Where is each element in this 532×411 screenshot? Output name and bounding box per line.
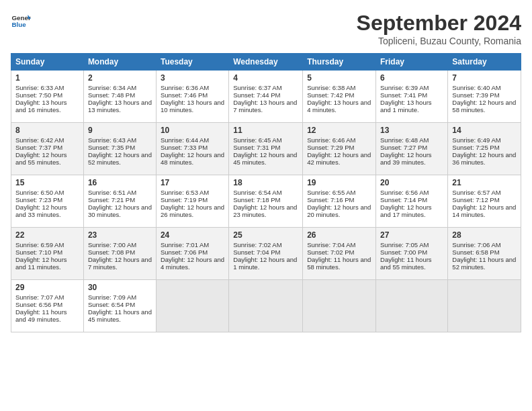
day-number: 13 bbox=[380, 126, 443, 135]
day-number: 26 bbox=[307, 230, 371, 240]
sunrise-text: Sunrise: 6:50 AM bbox=[15, 189, 64, 196]
sunrise-text: Sunrise: 6:37 AM bbox=[233, 84, 281, 91]
calendar-week-0: 1Sunrise: 6:33 AMSunset: 7:50 PMDaylight… bbox=[11, 71, 521, 123]
table-row: 8Sunrise: 6:42 AMSunset: 7:37 PMDaylight… bbox=[11, 123, 84, 175]
sunrise-text: Sunrise: 6:44 AM bbox=[161, 136, 209, 144]
sunrise-text: Sunrise: 6:39 AM bbox=[380, 84, 429, 91]
daylight-text: Daylight: 13 hours and 1 minute. bbox=[380, 99, 432, 113]
daylight-text: Daylight: 11 hours and 52 minutes. bbox=[452, 256, 516, 271]
day-number: 14 bbox=[452, 126, 517, 135]
daylight-text: Daylight: 12 hours and 26 minutes. bbox=[161, 203, 224, 218]
sunset-text: Sunset: 7:37 PM bbox=[15, 144, 62, 151]
table-row: 7Sunrise: 6:40 AMSunset: 7:39 PMDaylight… bbox=[448, 71, 521, 123]
col-monday: Monday bbox=[83, 54, 156, 71]
table-row: 12Sunrise: 6:46 AMSunset: 7:29 PMDayligh… bbox=[303, 123, 376, 175]
day-number: 15 bbox=[15, 178, 79, 187]
sunrise-text: Sunrise: 6:49 AM bbox=[452, 136, 500, 144]
sunrise-text: Sunrise: 6:56 AM bbox=[380, 189, 429, 196]
table-row: 13Sunrise: 6:48 AMSunset: 7:27 PMDayligh… bbox=[376, 123, 448, 175]
day-number: 24 bbox=[161, 230, 224, 240]
table-row bbox=[448, 280, 521, 332]
table-row bbox=[303, 280, 376, 332]
day-number: 23 bbox=[88, 230, 152, 240]
daylight-text: Daylight: 11 hours and 58 minutes. bbox=[307, 256, 371, 271]
table-row: 14Sunrise: 6:49 AMSunset: 7:25 PMDayligh… bbox=[448, 123, 521, 175]
sunset-text: Sunset: 7:41 PM bbox=[380, 91, 427, 99]
day-number: 18 bbox=[233, 178, 298, 187]
day-number: 11 bbox=[233, 126, 298, 135]
daylight-text: Daylight: 12 hours and 52 minutes. bbox=[88, 151, 152, 166]
sunset-text: Sunset: 7:16 PM bbox=[307, 196, 354, 203]
daylight-text: Daylight: 13 hours and 10 minutes. bbox=[161, 99, 224, 113]
table-row: 21Sunrise: 6:57 AMSunset: 7:12 PMDayligh… bbox=[448, 175, 521, 228]
calendar-week-2: 15Sunrise: 6:50 AMSunset: 7:23 PMDayligh… bbox=[11, 175, 521, 228]
daylight-text: Daylight: 12 hours and 33 minutes. bbox=[15, 203, 67, 218]
day-number: 3 bbox=[161, 73, 224, 83]
sunrise-text: Sunrise: 6:59 AM bbox=[15, 241, 64, 248]
table-row: 1Sunrise: 6:33 AMSunset: 7:50 PMDaylight… bbox=[11, 71, 84, 123]
sunrise-text: Sunrise: 7:09 AM bbox=[88, 293, 136, 301]
location-subtitle: Topliceni, Buzau County, Romania bbox=[357, 36, 521, 46]
sunrise-text: Sunrise: 7:06 AM bbox=[452, 241, 500, 248]
table-row: 29Sunrise: 7:07 AMSunset: 6:56 PMDayligh… bbox=[11, 280, 84, 332]
table-row: 5Sunrise: 6:38 AMSunset: 7:42 PMDaylight… bbox=[303, 71, 376, 123]
sunset-text: Sunset: 7:12 PM bbox=[452, 196, 499, 203]
day-number: 21 bbox=[452, 178, 517, 187]
sunrise-text: Sunrise: 6:40 AM bbox=[452, 84, 500, 91]
day-number: 12 bbox=[307, 126, 371, 135]
sunset-text: Sunset: 7:04 PM bbox=[233, 248, 280, 256]
table-row: 28Sunrise: 7:06 AMSunset: 6:58 PMDayligh… bbox=[448, 228, 521, 280]
day-number: 19 bbox=[307, 178, 371, 187]
col-saturday: Saturday bbox=[448, 54, 521, 71]
sunset-text: Sunset: 7:10 PM bbox=[15, 248, 62, 256]
sunset-text: Sunset: 7:44 PM bbox=[233, 91, 280, 99]
sunset-text: Sunset: 7:29 PM bbox=[307, 144, 354, 151]
table-row: 26Sunrise: 7:04 AMSunset: 7:02 PMDayligh… bbox=[303, 228, 376, 280]
sunset-text: Sunset: 7:08 PM bbox=[88, 248, 135, 256]
table-row: 22Sunrise: 6:59 AMSunset: 7:10 PMDayligh… bbox=[11, 228, 84, 280]
table-row: 30Sunrise: 7:09 AMSunset: 6:54 PMDayligh… bbox=[83, 280, 156, 332]
col-wednesday: Wednesday bbox=[229, 54, 303, 71]
sunset-text: Sunset: 7:06 PM bbox=[161, 248, 208, 256]
daylight-text: Daylight: 12 hours and 58 minutes. bbox=[452, 99, 516, 113]
table-row: 15Sunrise: 6:50 AMSunset: 7:23 PMDayligh… bbox=[11, 175, 84, 228]
day-number: 10 bbox=[161, 126, 224, 135]
sunset-text: Sunset: 7:19 PM bbox=[161, 196, 208, 203]
table-row: 24Sunrise: 7:01 AMSunset: 7:06 PMDayligh… bbox=[156, 228, 228, 280]
sunset-text: Sunset: 7:02 PM bbox=[307, 248, 354, 256]
month-title: September 2024 bbox=[357, 11, 521, 36]
table-row: 9Sunrise: 6:43 AMSunset: 7:35 PMDaylight… bbox=[83, 123, 156, 175]
daylight-text: Daylight: 12 hours and 14 minutes. bbox=[452, 203, 516, 218]
day-number: 17 bbox=[161, 178, 224, 187]
day-number: 9 bbox=[88, 126, 152, 135]
sunrise-text: Sunrise: 6:43 AM bbox=[88, 136, 136, 144]
day-number: 8 bbox=[15, 126, 79, 135]
sunset-text: Sunset: 6:58 PM bbox=[452, 248, 499, 256]
daylight-text: Daylight: 12 hours and 39 minutes. bbox=[380, 151, 432, 166]
day-number: 7 bbox=[452, 73, 517, 83]
table-row bbox=[229, 280, 303, 332]
title-block: September 2024 Topliceni, Buzau County, … bbox=[357, 11, 521, 46]
table-row: 27Sunrise: 7:05 AMSunset: 7:00 PMDayligh… bbox=[376, 228, 448, 280]
sunset-text: Sunset: 7:35 PM bbox=[88, 144, 135, 151]
daylight-text: Daylight: 12 hours and 42 minutes. bbox=[307, 151, 371, 166]
day-number: 28 bbox=[452, 230, 517, 240]
day-number: 20 bbox=[380, 178, 443, 187]
table-row: 23Sunrise: 7:00 AMSunset: 7:08 PMDayligh… bbox=[83, 228, 156, 280]
sunset-text: Sunset: 7:14 PM bbox=[380, 196, 427, 203]
table-row: 17Sunrise: 6:53 AMSunset: 7:19 PMDayligh… bbox=[156, 175, 228, 228]
sunset-text: Sunset: 7:31 PM bbox=[233, 144, 280, 151]
calendar-body: 1Sunrise: 6:33 AMSunset: 7:50 PMDaylight… bbox=[11, 71, 521, 332]
sunrise-text: Sunrise: 7:00 AM bbox=[88, 241, 136, 248]
sunset-text: Sunset: 7:25 PM bbox=[452, 144, 499, 151]
day-number: 2 bbox=[88, 73, 152, 83]
table-row: 25Sunrise: 7:02 AMSunset: 7:04 PMDayligh… bbox=[229, 228, 303, 280]
table-row: 2Sunrise: 6:34 AMSunset: 7:48 PMDaylight… bbox=[83, 71, 156, 123]
daylight-text: Daylight: 12 hours and 36 minutes. bbox=[452, 151, 516, 166]
sunset-text: Sunset: 6:56 PM bbox=[15, 301, 62, 308]
table-row bbox=[156, 280, 228, 332]
daylight-text: Daylight: 12 hours and 45 minutes. bbox=[233, 151, 297, 166]
day-number: 4 bbox=[233, 73, 298, 83]
table-row: 16Sunrise: 6:51 AMSunset: 7:21 PMDayligh… bbox=[83, 175, 156, 228]
sunrise-text: Sunrise: 7:07 AM bbox=[15, 293, 64, 301]
